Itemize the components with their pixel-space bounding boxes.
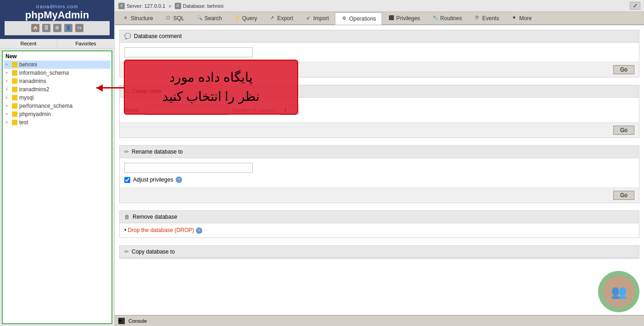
adjust-privileges-label: Adjust privileges [133,177,173,183]
tab-privileges[interactable]: ⬛Privileges [382,12,426,24]
tab-import[interactable]: ↙Import [299,12,335,24]
events-tab-label: Events [482,15,499,22]
rename-database-input[interactable] [124,163,253,173]
db-name: iranadmins2 [19,86,49,93]
tab-structure[interactable]: ≡Structure [117,12,159,24]
database-icon[interactable]: 🗄 [42,24,50,32]
remove-database-title: Remove database [133,214,177,220]
comment-icon: 💬 [124,33,131,39]
home-icon[interactable]: 🏠 [31,24,39,32]
db-folder-icon [12,103,17,109]
tab-recent[interactable]: Recent [0,39,57,48]
rename-database-header: ✏ Rename database to [120,146,639,158]
tab-routines[interactable]: 🔧Routines [426,12,468,24]
num-cols-input[interactable] [281,105,299,115]
content-area: S Server: 127.0.0.1 » D Database: behnin… [115,0,644,326]
sidebar-action-icons: 🏠 🗄 ⚙ 👤 ↪ [5,21,110,35]
db-folder-icon [12,70,17,76]
sidebar-db-item[interactable]: +phpmyadmin [4,110,111,118]
more-tab-icon: ▼ [511,15,517,22]
tab-export[interactable]: ↗Export [263,12,299,24]
rename-database-body: Adjust privileges ? [120,158,639,188]
console-label: Console [128,318,147,324]
tab-more[interactable]: ▼More [505,12,538,24]
expand-icon: + [6,112,10,116]
create-table-title: Create table [132,88,161,94]
copy-database-section: ✏ Copy database to [119,245,639,259]
exit-icon[interactable]: ↪ [75,24,83,32]
copy-database-header: ✏ Copy database to [120,246,639,258]
sidebar-db-item[interactable]: +performance_schema [4,102,111,110]
table-icon: ⊞ [124,88,129,94]
settings-icon[interactable]: ⚙ [53,24,61,32]
database-comment-go-button[interactable]: Go [613,65,634,74]
logo-php: php [25,9,44,21]
breadcrumb-bar: S Server: 127.0.0.1 » D Database: behnin… [115,0,644,12]
db-folder-icon [12,120,17,125]
expand-button[interactable]: ⤢ [630,2,640,10]
sidebar-db-item[interactable]: +iranadmins [4,77,111,85]
table-name-input[interactable] [145,105,228,115]
database-comment-input[interactable] [124,47,253,57]
tab-operations[interactable]: ⚙Operations [335,12,382,25]
tab-favorites[interactable]: Favorites [57,39,114,48]
operations-tab-icon: ⚙ [341,16,347,22]
server-icon: S [118,3,125,9]
drop-database-row: • Drop the database (DROP) ? [120,223,639,238]
watermark-text: iranadmins.com [5,4,110,9]
nav-tabs: ≡Structure⬡SQL🔍Search⚡Query↗Export↙Impor… [115,12,644,25]
user-icon[interactable]: 👤 [64,24,72,32]
expand-icon: + [6,79,10,83]
sidebar-db-item[interactable]: +test [4,118,111,127]
phpmyadmin-logo: phpMyAdmin [5,9,110,21]
structure-tab-icon: ≡ [122,15,129,22]
routines-tab-label: Routines [440,15,462,22]
adjust-privileges-row: Adjust privileges ? [124,177,634,183]
rename-database-go-button[interactable]: Go [613,191,634,200]
expand-icon: + [6,87,10,92]
db-name: information_schema [19,70,69,76]
tab-sql[interactable]: ⬡SQL [159,12,190,24]
db-icon: D [175,3,181,9]
query-tab-icon: ⚡ [234,15,240,22]
export-tab-label: Export [277,15,293,22]
drop-database-link[interactable]: Drop the database (DROP) [128,227,194,233]
create-table-section: ⊞ Create table Name: Number of columns G… [119,85,639,138]
search-tab-label: Search [205,15,222,22]
create-table-header: ⊞ Create table [120,85,639,98]
breadcrumb-database: Database: behnini [183,3,224,9]
expand-icon: + [6,120,10,125]
sidebar-db-item[interactable]: +mysql [4,94,111,102]
watermark-inner: 👥 [603,276,635,308]
events-tab-icon: ⏱ [474,15,480,22]
db-name: behnini [19,61,37,68]
create-table-go-button[interactable]: Go [613,126,634,135]
watermark-circle: 👥 [598,271,639,312]
sidebar-tabs: Recent Favorites [0,39,114,49]
tab-query[interactable]: ⚡Query [228,12,263,24]
main-content: 💬 Database comment Go ⊞ Create table Nam… [115,25,644,315]
watermark-bottom-right: 👥 [598,271,639,312]
db-folder-icon [12,111,17,117]
expand-icon: + [6,104,10,108]
remove-database-header: 🗑 Remove database [120,211,639,223]
adjust-privileges-checkbox[interactable] [124,177,130,183]
name-label: Name: [124,107,140,113]
tab-events[interactable]: ⏱Events [468,12,505,24]
adjust-privileges-help-icon[interactable]: ? [176,177,182,183]
privileges-tab-label: Privileges [396,15,420,22]
sidebar-db-item[interactable]: New [4,52,111,61]
sidebar-db-item[interactable]: +information_schema [4,69,111,77]
breadcrumb-separator: » [168,3,171,9]
more-tab-label: More [519,15,532,22]
db-folder-icon [12,78,17,84]
remove-database-section: 🗑 Remove database • Drop the database (D… [119,210,639,238]
sidebar-db-item[interactable]: +behnini [4,61,111,69]
database-comment-header: 💬 Database comment [120,30,639,43]
sidebar-db-item[interactable]: +iranadmins2 [4,85,111,94]
db-name: mysql [19,94,33,101]
tab-search[interactable]: 🔍Search [190,12,228,24]
structure-tab-label: Structure [131,15,153,22]
drop-help-icon[interactable]: ? [196,227,202,234]
new-label: New [6,53,17,60]
